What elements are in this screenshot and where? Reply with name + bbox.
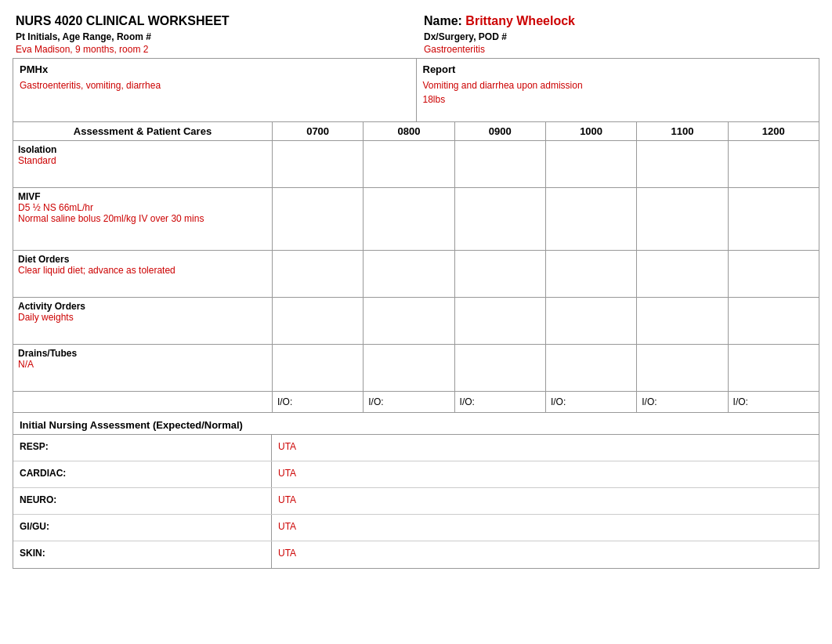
activity-label: Activity Orders [18,301,267,312]
cell-0700-mivf [272,188,363,251]
nursing-assessment-section: Initial Nursing Assessment (Expected/Nor… [13,413,819,569]
io-0700: I/O: [272,392,363,413]
io-label-0700: I/O: [277,396,292,407]
io-label-0800: I/O: [368,396,383,407]
cell-0900-drains [454,345,545,392]
pt-info-label: Pt Initials, Age Range, Room # [16,31,408,42]
patient-name: Brittany Wheelock [465,14,575,27]
skin-label: SKIN: [13,541,272,568]
diet-value: Clear liquid diet; advance as tolerated [18,265,267,276]
dx-label: Dx/Surgery, POD # [424,31,816,42]
cell-1200-activity [728,298,819,345]
assessment-row-neuro: NEURO: UTA [13,488,819,515]
drains-label: Drains/Tubes [18,348,267,359]
neuro-label: NEURO: [13,488,272,514]
isolation-label: Isolation [18,144,267,155]
io-0800: I/O: [364,392,454,413]
cell-1000-activity [545,298,636,345]
cell-1000-drains [545,345,636,392]
cell-1100-isolation [637,141,728,188]
cell-0900-mivf [454,188,545,251]
io-row: I/O: I/O: I/O: I/O: I/O: I/O: [13,392,819,413]
mivf-value: D5 ½ NS 66mL/hr Normal saline bolus 20ml… [18,202,267,224]
activity-value: Daily weights [18,312,267,323]
pt-info-value: Eva Madison, 9 months, room 2 [16,44,408,55]
pmhx-label: PMHx [20,63,410,75]
nursing-assessment-header: Initial Nursing Assessment (Expected/Nor… [13,413,819,435]
table-row: Activity Orders Daily weights [13,298,819,345]
name-label: Name: [424,14,462,27]
assessment-row-resp: RESP: UTA [13,435,819,461]
cell-0900-isolation [454,141,545,188]
cell-0700-activity [272,298,363,345]
info-section: PMHx Gastroenteritis, vomiting, diarrhea… [13,58,819,121]
main-table: Assessment & Patient Cares 0700 0800 090… [13,121,819,413]
cell-1000-isolation [545,141,636,188]
io-0900: I/O: [454,392,545,413]
cardiac-label: CARDIAC: [13,461,272,487]
cell-0700-isolation [272,141,363,188]
cell-1200-mivf [728,188,819,251]
report-value1: Vomiting and diarrhea upon admission [423,78,813,92]
cell-0800-diet [364,251,454,298]
io-label-cell [13,392,273,413]
assessment-row-gigu: GI/GU: UTA [13,515,819,541]
table-row: Isolation Standard [13,141,819,188]
cell-1200-diet [728,251,819,298]
pmhx-value: Gastroenteritis, vomiting, diarrhea [20,78,410,92]
pmhx-cell: PMHx Gastroenteritis, vomiting, diarrhea [13,59,417,121]
cell-1200-isolation [728,141,819,188]
page: NURS 4020 CLINICAL WORKSHEET Pt Initials… [0,0,832,577]
io-1200: I/O: [728,392,819,413]
header-left: NURS 4020 CLINICAL WORKSHEET Pt Initials… [16,14,408,55]
header: NURS 4020 CLINICAL WORKSHEET Pt Initials… [13,8,819,58]
cell-1100-mivf [637,188,728,251]
resp-value: UTA [272,435,819,461]
cell-0700-drains [272,345,363,392]
io-label-1200: I/O: [733,396,748,407]
assessment-row-skin: SKIN: UTA [13,541,819,568]
resp-label: RESP: [13,435,272,461]
cell-1000-mivf [545,188,636,251]
col-0800: 0800 [364,122,454,141]
io-label-1100: I/O: [642,396,657,407]
cell-0800-activity [364,298,454,345]
table-row: Drains/Tubes N/A [13,345,819,392]
table-row: Diet Orders Clear liquid diet; advance a… [13,251,819,298]
worksheet-title: NURS 4020 CLINICAL WORKSHEET [16,14,408,28]
patient-name-row: Name: Brittany Wheelock [424,14,816,28]
cell-1100-drains [637,345,728,392]
cell-1100-activity [637,298,728,345]
cell-1200-drains [728,345,819,392]
cell-1100-diet [637,251,728,298]
cell-0800-drains [364,345,454,392]
assessment-cell-mivf: MIVF D5 ½ NS 66mL/hr Normal saline bolus… [13,188,273,251]
header-right: Name: Brittany Wheelock Dx/Surgery, POD … [408,14,816,55]
diet-label: Diet Orders [18,254,267,265]
cell-0900-diet [454,251,545,298]
assessment-cell-drains: Drains/Tubes N/A [13,345,273,392]
report-label: Report [423,63,813,75]
table-row: MIVF D5 ½ NS 66mL/hr Normal saline bolus… [13,188,819,251]
assessment-cell-diet: Diet Orders Clear liquid diet; advance a… [13,251,273,298]
cell-0800-mivf [364,188,454,251]
cell-0700-diet [272,251,363,298]
dx-value: Gastroenteritis [424,44,816,55]
assessment-row-cardiac: CARDIAC: UTA [13,461,819,488]
io-label-1000: I/O: [551,396,566,407]
cell-0900-activity [454,298,545,345]
io-label-0900: I/O: [460,396,475,407]
col-1000: 1000 [545,122,636,141]
neuro-value: UTA [272,488,819,514]
cell-1000-diet [545,251,636,298]
gigu-label: GI/GU: [13,515,272,541]
report-value2: 18lbs [423,92,813,107]
col-0700: 0700 [272,122,363,141]
gigu-value: UTA [272,515,819,541]
assessment-cell-isolation: Isolation Standard [13,141,273,188]
report-cell: Report Vomiting and diarrhea upon admiss… [417,59,819,121]
skin-value: UTA [272,541,819,568]
isolation-value: Standard [18,155,267,166]
cell-0800-isolation [364,141,454,188]
io-1100: I/O: [637,392,728,413]
